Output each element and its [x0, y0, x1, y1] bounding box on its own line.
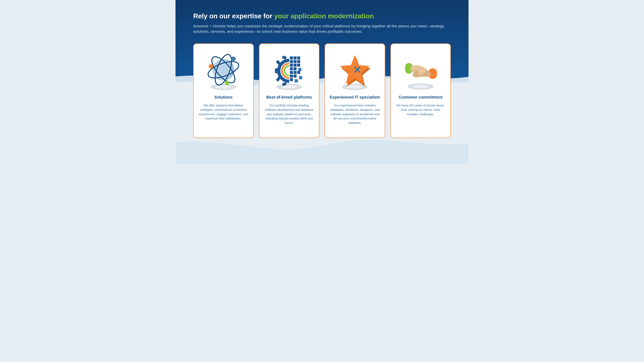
- svg-point-8: [225, 81, 229, 85]
- cards-row: Solutions We offer solutions that delive…: [193, 43, 451, 138]
- headline-accent: your application modernization: [274, 12, 374, 20]
- svg-rect-30: [290, 74, 293, 78]
- svg-rect-32: [290, 78, 293, 81]
- content-area: Rely on our expertise for your applicati…: [176, 0, 468, 138]
- star-icon: [330, 49, 380, 95]
- card-title: Experienced IT specialists: [330, 95, 380, 99]
- svg-rect-34: [299, 76, 302, 79]
- card-body: Our portfolio includes leading software …: [264, 103, 315, 125]
- svg-rect-20: [294, 60, 297, 63]
- card-commitment: Customer commitment We have 20+ years of…: [390, 43, 451, 138]
- card-title: Customer commitment: [399, 95, 442, 99]
- svg-rect-25: [290, 67, 293, 70]
- card-title: Best-of-breed platforms: [266, 95, 312, 99]
- card-platforms: Best-of-breed platforms Our portfolio in…: [259, 43, 320, 138]
- svg-point-41: [412, 85, 429, 88]
- svg-rect-14: [282, 55, 287, 59]
- card-body: We offer solutions that deliver intellig…: [198, 103, 249, 121]
- svg-rect-16: [290, 56, 293, 59]
- svg-rect-17: [294, 56, 297, 59]
- handshake-icon: [395, 49, 446, 95]
- svg-rect-31: [294, 74, 297, 78]
- svg-rect-23: [294, 63, 297, 67]
- gear-cubes-icon: [264, 49, 315, 95]
- card-title: Solutions: [214, 95, 233, 99]
- svg-rect-33: [298, 68, 302, 71]
- atom-icon: [198, 49, 249, 95]
- svg-rect-29: [297, 71, 300, 74]
- svg-rect-26: [294, 67, 297, 70]
- svg-rect-19: [290, 60, 293, 63]
- svg-rect-22: [290, 63, 293, 67]
- card-body: We have 20+ years of proven know-how, so…: [395, 103, 446, 116]
- svg-rect-27: [290, 71, 293, 74]
- svg-point-7: [231, 56, 236, 61]
- card-solutions: Solutions We offer solutions that delive…: [193, 43, 254, 138]
- svg-point-37: [347, 85, 363, 89]
- svg-rect-35: [295, 79, 298, 82]
- page-headline: Rely on our expertise for your applicati…: [193, 12, 451, 20]
- svg-point-1: [215, 85, 232, 89]
- svg-rect-18: [297, 56, 300, 59]
- card-specialists: Experienced IT specialists Our experienc…: [324, 43, 385, 138]
- card-body: Our experienced team includes strategist…: [330, 103, 380, 125]
- svg-rect-28: [294, 71, 297, 74]
- svg-rect-24: [297, 63, 300, 67]
- svg-point-6: [209, 64, 213, 69]
- page-subhead: Anexinet + Veristor helps you maximize t…: [193, 23, 449, 34]
- slide-container: Rely on our expertise for your applicati…: [176, 0, 468, 164]
- headline-white: Rely on our expertise for: [193, 12, 274, 20]
- svg-rect-11: [275, 68, 278, 73]
- svg-rect-21: [297, 60, 300, 63]
